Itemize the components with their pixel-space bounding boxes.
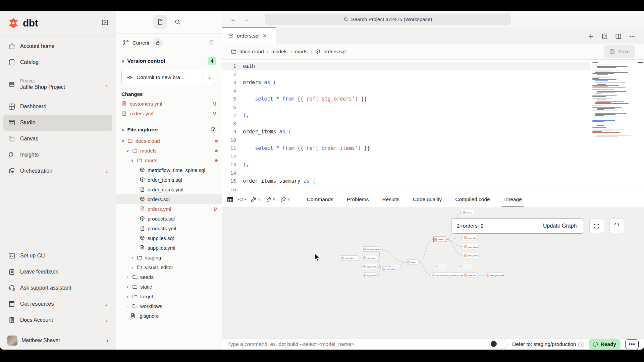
tree-item-seeds[interactable]: ›seeds: [116, 272, 222, 282]
tree-item-visual_editor[interactable]: ›visual_editor: [116, 262, 222, 272]
tree-item-docs-cloud[interactable]: ∨docs-cloud: [116, 136, 222, 146]
more-options-icon[interactable]: [629, 33, 635, 40]
panel-tab-results[interactable]: Results: [375, 191, 406, 207]
notebook-icon[interactable]: [601, 33, 608, 40]
sidebar-item-dashboard[interactable]: Dashboard: [3, 99, 112, 115]
tree-item-order_items.yml[interactable]: order_items.yml: [116, 185, 222, 194]
lineage-node-g3[interactable]: [459, 264, 472, 269]
defer-toggle[interactable]: [489, 340, 507, 349]
tree-item-target[interactable]: ›target: [116, 292, 222, 301]
lineage-node-m1[interactable]: orders: [462, 210, 474, 215]
update-graph-button[interactable]: Update Graph: [536, 219, 584, 233]
commit-dropdown-button[interactable]: ∨: [203, 70, 216, 85]
tree-item-order_items.sql[interactable]: order_items.sql: [116, 175, 222, 185]
workspace-search[interactable]: Search Project 372475 (Workspace): [265, 14, 511, 24]
split-pane-icon[interactable]: [615, 33, 622, 40]
sidebar-collapse-icon[interactable]: [102, 19, 108, 27]
chevron-right-icon[interactable]: ›: [130, 255, 135, 260]
lineage-node-osem[interactable]: orders: [433, 237, 446, 242]
changed-file-orders.yml[interactable]: orders.yml M: [116, 109, 222, 118]
sidebar-item-get-resources[interactable]: Get resources ›: [3, 296, 112, 312]
sidebar-item-catalog[interactable]: Catalog: [3, 54, 112, 70]
sidebar-item-ask-support-assistant[interactable]: Ask support assistant: [3, 280, 112, 296]
chevron-right-icon[interactable]: ›: [125, 304, 130, 309]
sidebar-user[interactable]: Matthew Shaver ›: [0, 331, 116, 350]
refresh-button[interactable]: [609, 219, 624, 233]
lineage-node-mc[interactable]: order_cost: [463, 273, 478, 278]
sidebar-item-orchestration[interactable]: Orchestration ›: [3, 163, 112, 179]
lineage-node-mg[interactable]: order_gross_profit: [485, 273, 504, 278]
tree-item-models[interactable]: ∨models: [116, 146, 222, 156]
results-table-button[interactable]: [227, 196, 233, 203]
branch-current-row[interactable]: Current: [116, 34, 222, 52]
sidebar-item-insights[interactable]: Insights: [3, 147, 112, 163]
lineage-node-m2[interactable]: order_total: [463, 235, 478, 240]
sidebar-item-docs-account[interactable]: Docs Account ›: [3, 312, 112, 328]
forward-arrow-icon[interactable]: →: [243, 15, 250, 23]
lineage-node-src[interactable]: raw_orders: [340, 256, 359, 261]
sidebar-item-set-up-cli[interactable]: Set up CLI: [3, 248, 112, 264]
tree-item-products.yml[interactable]: products.yml: [116, 224, 222, 233]
copy-icon[interactable]: [209, 40, 215, 46]
breadcrumb-item[interactable]: orders.sql: [323, 49, 345, 54]
tree-item-products.sql[interactable]: products.sql: [116, 214, 222, 224]
files-view-button[interactable]: [153, 15, 167, 29]
build-tools-button[interactable]: ∨: [251, 196, 261, 202]
lineage-canvas[interactable]: raw_orders stg_order_items stg_orders st…: [222, 207, 644, 339]
lineage-node-stg_o[interactable]: stg_orders: [362, 255, 377, 260]
breadcrumb-item[interactable]: models: [271, 49, 287, 54]
sidebar-item-canvas[interactable]: Canvas: [3, 131, 112, 147]
tree-item-orders.sql[interactable]: orders.sql: [116, 194, 222, 204]
lineage-node-stg_oi[interactable]: stg_order_items: [362, 247, 380, 252]
new-tab-plus-icon[interactable]: [588, 33, 594, 40]
chevron-down-icon[interactable]: ∨: [130, 158, 135, 163]
lineage-node-stg_s[interactable]: stg_supplies: [362, 273, 377, 278]
sidebar-project[interactable]: Project Jaffle Shop Project ›: [0, 75, 116, 94]
new-file-icon[interactable]: [210, 127, 216, 133]
format-button[interactable]: ∨: [266, 196, 275, 202]
ai-assist-button[interactable]: ∨: [280, 196, 290, 202]
status-more-button[interactable]: •••: [625, 339, 639, 349]
scrollbar-thumb[interactable]: [638, 62, 643, 63]
file-explorer-header[interactable]: ∨ File explorer: [116, 122, 222, 135]
sidebar-item-studio[interactable]: Studio: [3, 115, 112, 131]
tree-item-staging[interactable]: ›staging: [116, 253, 222, 262]
back-arrow-icon[interactable]: ←: [230, 15, 237, 23]
tab-orders-sql[interactable]: orders.sql ✕: [222, 27, 276, 44]
lineage-node-test[interactable]: test_order_items_compare_to_basic: [431, 273, 464, 278]
chevron-down-icon[interactable]: ∨: [125, 148, 130, 153]
lineage-node-m4[interactable]: drink_orders: [463, 253, 478, 258]
tree-item-supplies.yml[interactable]: supplies.yml: [116, 243, 222, 253]
chevron-right-icon[interactable]: ›: [125, 294, 130, 299]
sidebar-item-leave-feedback[interactable]: Leave feedback: [3, 264, 112, 280]
panel-tab-lineage[interactable]: Lineage: [497, 191, 529, 207]
tab-close-icon[interactable]: ✕: [263, 33, 267, 39]
lineage-node-m3[interactable]: large_orders: [463, 244, 478, 249]
lineage-node-g1[interactable]: [387, 264, 400, 269]
search-view-button[interactable]: [171, 15, 185, 29]
help-icon[interactable]: ?: [578, 342, 584, 347]
lineage-node-g2[interactable]: [434, 264, 447, 269]
tree-item-metricflow_time_spine.sql[interactable]: metricflow_time_spine.sql: [116, 165, 222, 175]
changed-file-customers.yml[interactable]: customers.yml M: [116, 99, 222, 109]
panel-tab-compiled-code[interactable]: Compiled code: [448, 191, 496, 207]
lineage-selector-input[interactable]: [451, 219, 536, 233]
chevron-right-icon[interactable]: ›: [125, 275, 130, 280]
chevron-right-icon[interactable]: ›: [130, 265, 135, 270]
fullscreen-button[interactable]: [589, 219, 604, 233]
status-ready-badge[interactable]: Ready: [589, 339, 621, 349]
chevron-right-icon[interactable]: ›: [125, 285, 130, 289]
panel-tab-commands[interactable]: Commands: [300, 191, 340, 207]
breadcrumb-item[interactable]: marts: [295, 49, 308, 54]
tree-item-static[interactable]: ›static: [116, 282, 222, 292]
lineage-node-om[interactable]: orders: [406, 260, 418, 265]
lineage-node-stg_p[interactable]: stg_products: [362, 264, 378, 269]
panel-tab-code-quality[interactable]: Code quality: [406, 191, 448, 207]
tree-item-.gitignore[interactable]: .gitignore: [116, 311, 222, 321]
chevron-down-icon[interactable]: ∨: [121, 139, 125, 143]
breadcrumb-item[interactable]: docs-cloud: [239, 49, 264, 54]
version-control-header[interactable]: ∨ Version control 4: [116, 52, 222, 68]
tree-item-orders.yml[interactable]: orders.yml M: [116, 204, 222, 214]
code-editor[interactable]: 1 with 2 3 orders as ( 4 5 select * from…: [222, 60, 644, 191]
save-button[interactable]: Save: [604, 45, 635, 58]
